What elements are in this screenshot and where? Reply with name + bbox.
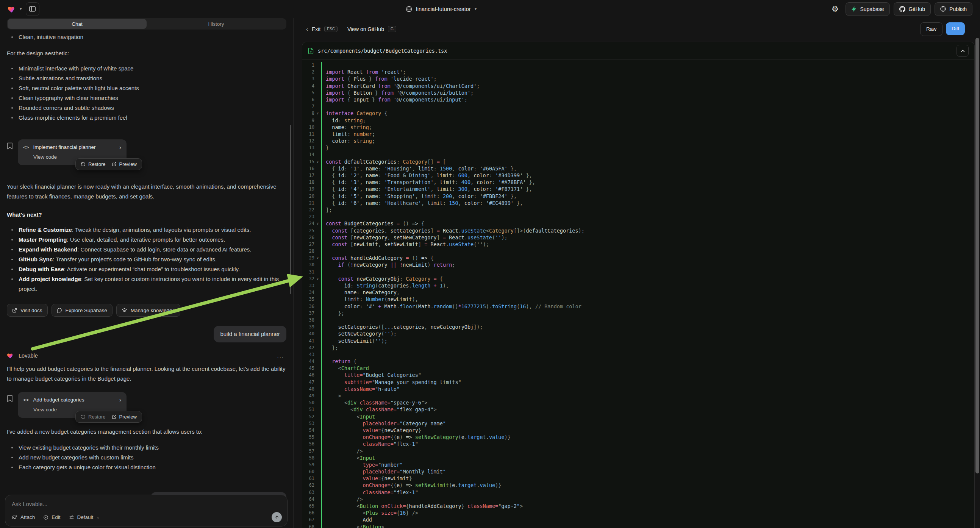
code-line: 24∨const BudgetCategories = () => {: [302, 220, 974, 227]
code-line: 60 placeholder="Monthly limit": [302, 468, 974, 475]
code-line: 17 { id: '2', name: 'Food & Dining', lim…: [302, 172, 974, 179]
code-line: 35 limit: Number(newLimit),: [302, 296, 974, 303]
logo-chevron-down-icon[interactable]: ▾: [20, 6, 22, 11]
edit-button[interactable]: Edit: [43, 514, 60, 520]
code-line: 23: [302, 213, 974, 220]
target-icon: [43, 515, 48, 520]
list-item: Clean typography with clear hierarchies: [7, 93, 286, 103]
code-line: 11 limit: number;: [302, 131, 974, 137]
code-line: 61 value={newLimit}: [302, 475, 974, 482]
code-line: 57 />: [302, 448, 974, 455]
code-line: 45 <ChartCard: [302, 365, 974, 372]
diff-button[interactable]: Diff: [946, 22, 965, 35]
version-actions-pill: Restore Preview: [75, 158, 142, 170]
attach-button[interactable]: Attach: [12, 514, 35, 520]
code-viewer[interactable]: 12import React from 'react';3import { Pl…: [302, 60, 974, 528]
lovable-logo-icon[interactable]: [8, 5, 16, 13]
list-item: Clean, intuitive navigation: [7, 32, 286, 42]
code-line: 15∨const defaultCategories: Category[] =…: [302, 158, 974, 165]
bookmark-icon[interactable]: [7, 392, 13, 418]
message-menu-button[interactable]: ...: [277, 352, 284, 359]
settings-button[interactable]: ⚙: [828, 3, 842, 16]
sidebar-toggle-button[interactable]: [26, 2, 40, 16]
project-switcher[interactable]: financial-future-creator ▾: [406, 6, 477, 12]
file-path: src/components/budget/BudgetCategories.t…: [318, 48, 447, 54]
code-line: 29∨ const handleAddCategory = () => {: [302, 254, 974, 261]
version-card-1: <> Implement financial planner › View co…: [7, 139, 286, 165]
code-line: 26 const [newCategory, setNewCategory] =…: [302, 234, 974, 241]
send-button[interactable]: [272, 512, 282, 522]
visit-docs-button[interactable]: Visit docs: [7, 304, 48, 316]
code-line: 10 name: string;: [302, 124, 974, 131]
list-item: GitHub Sync: Transfer your project's cod…: [7, 254, 286, 264]
file-header[interactable]: src/components/budget/BudgetCategories.t…: [302, 42, 974, 60]
code-line: 48 className="h-auto": [302, 386, 974, 393]
chevron-up-icon: [961, 49, 965, 52]
assistant-header: Lovable ...: [7, 352, 286, 359]
supabase-icon: [851, 6, 856, 12]
list-item: Debug with Ease: Activate our experiment…: [7, 264, 286, 274]
code-line: 8∨interface Category {: [302, 110, 974, 117]
code-line: 40 setNewCategory('');: [302, 330, 974, 337]
sliders-icon: [69, 515, 74, 520]
github-button[interactable]: GitHub: [894, 2, 931, 16]
code-line: 43: [302, 351, 974, 358]
code-line: 13}: [302, 144, 974, 151]
code-line: 52 <Input: [302, 413, 974, 420]
code-line: 9 id: string;: [302, 117, 974, 124]
version-actions-pill: Restore Preview: [75, 411, 142, 423]
publish-globe-icon: [940, 6, 946, 12]
chat-input[interactable]: Ask Lovable... Attach Edit Default ⌄: [5, 495, 288, 526]
chevron-left-icon: ‹: [306, 26, 308, 32]
explore-supabase-button[interactable]: Explore Supabase: [51, 304, 113, 316]
code-scrollbar[interactable]: [975, 38, 979, 474]
code-line: 7: [302, 103, 974, 110]
mode-select[interactable]: Default ⌄: [69, 514, 100, 520]
list-item: Subtle animations and transitions: [7, 73, 286, 83]
chat-scrollbar[interactable]: [290, 125, 291, 294]
list-item: Add new budget categories with custom li…: [7, 453, 286, 463]
code-line: 56 className="flex-1": [302, 441, 974, 447]
supabase-button[interactable]: Supabase: [846, 2, 889, 16]
code-line: 36 color: '#' + Math.floor(Math.random()…: [302, 303, 974, 310]
code-line: 19 { id: '4', name: 'Entertainment', lim…: [302, 186, 974, 192]
code-line: 55 onChange={(e) => setNewCategory(e.tar…: [302, 434, 974, 441]
code-line: 1: [302, 62, 974, 68]
code-line: 67 Add: [302, 516, 974, 523]
chat-panel: Chat History Clean, intuitive navigation…: [0, 18, 294, 528]
help-paragraph: I'll help you add budget categories to t…: [7, 364, 286, 384]
chevron-right-icon: ›: [119, 396, 121, 403]
lovable-heart-icon: [7, 352, 14, 359]
project-chevron-down-icon: ▾: [475, 6, 477, 11]
list-item: Rounded corners and subtle shadows: [7, 103, 286, 113]
code-header: ‹ Exit ESC View on GitHub G Raw Diff: [294, 18, 980, 40]
version-title: Add budget categories: [33, 397, 84, 402]
exit-button[interactable]: ‹ Exit ESC: [306, 26, 337, 32]
tab-history[interactable]: History: [146, 19, 286, 29]
code-line: 42 };: [302, 344, 974, 351]
file-added-icon: [308, 48, 313, 54]
ready-paragraph: Your sleek financial planner is now read…: [7, 182, 286, 202]
code-line: 44 return (: [302, 358, 974, 365]
bookmark-icon[interactable]: [7, 139, 13, 165]
preview-button[interactable]: Preview: [112, 414, 137, 420]
code-line: 37 };: [302, 310, 974, 316]
view-on-github-button[interactable]: View on GitHub G: [347, 26, 396, 32]
code-line: 51 <div className="flex gap-4">: [302, 406, 974, 413]
chevron-right-icon: ›: [119, 144, 121, 150]
raw-button[interactable]: Raw: [920, 22, 942, 36]
code-line: 21 { id: '6', name: 'Healthcare', limit:…: [302, 200, 974, 207]
collapse-file-button[interactable]: [956, 45, 969, 57]
code-line: 2import React from 'react';: [302, 68, 974, 75]
publish-button[interactable]: Publish: [935, 2, 972, 16]
manage-knowledge-button[interactable]: Manage knowledge: [116, 304, 180, 316]
restore-button[interactable]: Restore: [81, 161, 106, 167]
code-line: 64 />: [302, 496, 974, 503]
list-item: Minimalist interface with plenty of whit…: [7, 64, 286, 73]
next-steps-list: Refine & Customize: Tweak the design, an…: [7, 225, 286, 294]
external-link-icon: [112, 414, 117, 419]
restore-button[interactable]: Restore: [81, 414, 106, 420]
tab-chat[interactable]: Chat: [8, 19, 146, 29]
preview-button[interactable]: Preview: [112, 161, 137, 167]
code-line: 49 >: [302, 393, 974, 399]
